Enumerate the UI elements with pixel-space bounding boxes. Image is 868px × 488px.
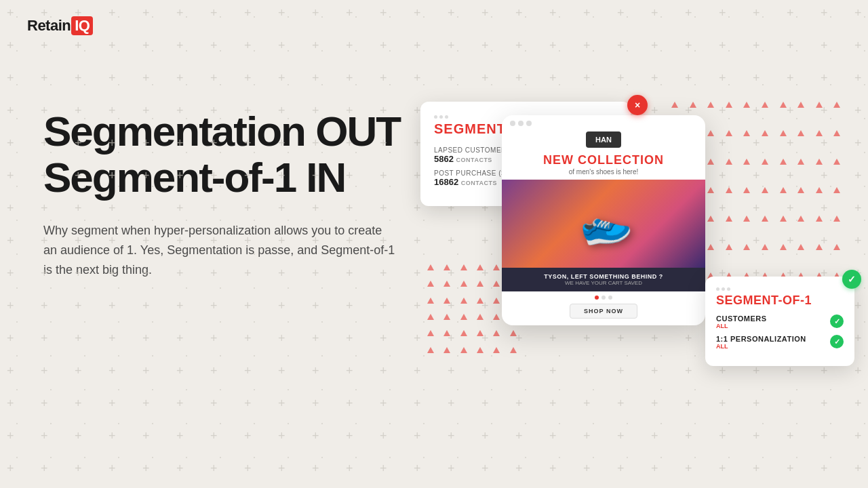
plus-decoration: + <box>108 235 116 247</box>
plus-decoration: + <box>854 39 862 52</box>
triangle-dot <box>427 298 434 304</box>
triangle-dot <box>833 102 840 108</box>
plus-decoration: + <box>312 7 319 19</box>
plus-decoration: + <box>583 39 591 52</box>
triangle-dot <box>833 187 840 193</box>
plus-decoration: + <box>414 39 421 52</box>
plus-decoration: + <box>583 397 591 409</box>
plus-decoration: + <box>515 397 523 409</box>
plus-decoration: + <box>312 137 319 149</box>
plus-decoration: + <box>41 430 48 442</box>
plus-decoration: + <box>651 365 658 377</box>
plus-decoration: + <box>210 72 218 84</box>
triangle-dot <box>707 102 714 108</box>
plus-decoration: + <box>515 72 523 84</box>
plus-decoration: + <box>244 137 252 149</box>
plus-decoration: + <box>414 137 421 149</box>
triangle-dot <box>833 130 840 136</box>
dot <box>445 115 448 119</box>
plus-decoration: + <box>854 104 862 117</box>
plus-decoration: + <box>75 430 82 442</box>
plus-decoration: + <box>278 462 285 474</box>
plus-decoration: + <box>685 72 692 84</box>
triangle-dot <box>690 102 696 108</box>
plus-decoration: + <box>583 430 591 442</box>
dot <box>434 115 437 119</box>
plus-decoration: + <box>346 300 353 312</box>
plus-decoration: + <box>244 39 252 52</box>
triangle-dot <box>743 244 750 250</box>
main-heading: Segmentation OUT Segment-of-1 IN <box>43 108 423 201</box>
plus-decoration: + <box>583 72 591 84</box>
plus-decoration: + <box>787 397 794 409</box>
plus-decoration: + <box>719 7 726 19</box>
plus-decoration: + <box>787 462 794 474</box>
triangle-dot <box>493 264 500 270</box>
plus-decoration: + <box>854 169 862 182</box>
plus-decoration: + <box>176 462 184 474</box>
close-button[interactable]: × <box>627 95 648 115</box>
plus-decoration: + <box>753 39 760 52</box>
plus-decoration: + <box>108 365 116 377</box>
shop-now-button[interactable]: SHOP NOW <box>570 304 637 319</box>
plus-decoration: + <box>7 462 14 474</box>
triangle-dot <box>460 330 467 336</box>
plus-decoration: + <box>75 300 82 312</box>
plus-decoration: + <box>651 7 658 19</box>
email-cta-banner: TYSON, LEFT SOMETHING BEHIND ? WE HAVE Y… <box>502 268 705 291</box>
plus-decoration: + <box>210 202 218 214</box>
plus-decoration: + <box>380 462 387 474</box>
pagination-dot <box>595 296 599 300</box>
plus-decoration: + <box>7 267 14 279</box>
email-brand: HAN <box>586 131 621 148</box>
plus-decoration: + <box>7 104 14 117</box>
card-dots <box>716 287 844 291</box>
logo-text: RetainIQ <box>27 16 93 35</box>
triangle-dot <box>780 244 787 250</box>
plus-decoration: + <box>210 39 218 52</box>
logo-header: RetainIQ <box>27 16 93 35</box>
plus-decoration: + <box>753 72 760 84</box>
plus-decoration: + <box>278 39 285 52</box>
plus-decoration: + <box>346 137 353 149</box>
plus-decoration: + <box>651 462 658 474</box>
plus-decoration: + <box>142 300 150 312</box>
plus-decoration: + <box>787 7 794 19</box>
plus-decoration: + <box>651 397 658 409</box>
plus-decoration: + <box>312 39 319 52</box>
plus-decoration: + <box>854 300 862 312</box>
seg1-sub-customers: ALL <box>716 323 767 329</box>
plus-decoration: + <box>617 39 625 52</box>
plus-decoration: + <box>380 430 387 442</box>
plus-decoration: + <box>685 430 692 442</box>
triangle-dot <box>427 330 434 336</box>
plus-decoration: + <box>617 72 625 84</box>
plus-decoration: + <box>481 430 489 442</box>
plus-decoration: + <box>481 39 489 52</box>
seg1-row1-text: CUSTOMERS ALL <box>716 314 767 329</box>
triangle-dot <box>477 330 484 336</box>
plus-decoration: + <box>210 430 218 442</box>
triangle-dot <box>460 264 467 270</box>
plus-decoration: + <box>75 169 82 182</box>
right-visual: const dotsRight = document.querySelector… <box>407 88 868 386</box>
triangle-dot <box>427 281 434 287</box>
plus-decoration: + <box>414 397 421 409</box>
plus-decoration: + <box>244 169 252 182</box>
plus-decoration: + <box>854 202 862 214</box>
triangle-dot <box>797 102 804 108</box>
triangle-dot <box>743 187 750 193</box>
plus-decoration: + <box>549 462 557 474</box>
plus-decoration: + <box>142 104 150 117</box>
plus-decoration: + <box>346 39 353 52</box>
plus-decoration: + <box>278 104 285 117</box>
plus-decoration: + <box>75 267 82 279</box>
triangle-dot <box>493 314 500 320</box>
plus-decoration: + <box>176 104 184 117</box>
plus-decoration: + <box>278 267 285 279</box>
triangle-dot <box>833 159 840 165</box>
plus-decoration: + <box>244 462 252 474</box>
plus-decoration: + <box>278 430 285 442</box>
triangle-dot <box>493 298 500 304</box>
plus-decoration: + <box>75 397 82 409</box>
